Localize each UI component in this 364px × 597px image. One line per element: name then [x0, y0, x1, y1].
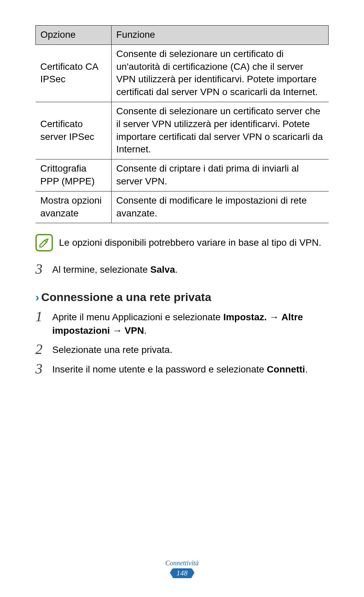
- page: Opzione Funzione Certificato CA IPSec Co…: [0, 0, 364, 597]
- step-body: Selezionate una rete privata.: [52, 342, 329, 357]
- cell-option: Certificato server IPSec: [36, 102, 112, 159]
- step-number: 2: [35, 342, 45, 357]
- t: Impostaz.: [223, 312, 267, 322]
- cell-function: Consente di selezionare un certificato d…: [112, 44, 329, 102]
- cell-option: Mostra opzioni avanzate: [36, 191, 112, 223]
- options-table: Opzione Funzione Certificato CA IPSec Co…: [35, 25, 329, 223]
- footer-chapter: Connettività: [35, 559, 329, 567]
- t: .: [144, 325, 147, 336]
- step-3: 3 Inserite il nome utente e la password …: [35, 361, 329, 376]
- step-text-pre: Inserite il nome utente e la password e …: [52, 364, 267, 375]
- step-text-bold: Connetti: [267, 364, 305, 375]
- table-header-row: Opzione Funzione: [36, 26, 329, 45]
- t: VPN: [125, 325, 144, 336]
- step-text-post: .: [175, 264, 178, 275]
- page-footer: Connettività 148: [35, 559, 329, 580]
- cell-function: Consente di criptare i dati prima di inv…: [112, 159, 329, 191]
- t: →: [110, 325, 125, 336]
- step-3-prev: 3 Al termine, selezionate Salva.: [35, 262, 329, 276]
- page-content: Opzione Funzione Certificato CA IPSec Co…: [35, 25, 329, 559]
- cell-option: Certificato CA IPSec: [36, 44, 112, 102]
- step-body: Al termine, selezionate Salva.: [52, 262, 329, 276]
- note-icon: [35, 234, 53, 251]
- section-heading-text: Connessione a una rete privata: [41, 291, 211, 304]
- page-number-badge: 148: [173, 568, 192, 578]
- step-number: 3: [35, 361, 45, 376]
- step-body: Aprite il menu Applicazioni e selezionat…: [52, 309, 329, 337]
- step-2: 2 Selezionate una rete privata.: [35, 342, 329, 357]
- note-text: Le opzioni disponibili potrebbero variar…: [59, 236, 321, 249]
- chevron-right-icon: ›: [35, 291, 39, 304]
- th-option: Opzione: [36, 26, 112, 45]
- table-row: Crittografia PPP (MPPE) Consente di crip…: [36, 159, 329, 191]
- step-1: 1 Aprite il menu Applicazioni e selezion…: [35, 309, 329, 337]
- step-number: 3: [35, 262, 45, 276]
- step-text-pre: Al termine, selezionate: [52, 264, 150, 275]
- cell-function: Consente di modificare le impostazioni d…: [112, 191, 329, 223]
- cell-option: Crittografia PPP (MPPE): [36, 159, 112, 191]
- step-body: Inserite il nome utente e la password e …: [52, 361, 329, 376]
- table-row: Mostra opzioni avanzate Consente di modi…: [36, 191, 329, 223]
- table-row: Certificato CA IPSec Consente di selezio…: [36, 44, 329, 102]
- table-row: Certificato server IPSec Consente di sel…: [36, 102, 329, 159]
- t: Aprite il menu Applicazioni e selezionat…: [52, 312, 223, 322]
- note: Le opzioni disponibili potrebbero variar…: [35, 234, 329, 251]
- cell-function: Consente di selezionare un certificato s…: [112, 102, 329, 159]
- step-text-bold: Salva: [150, 264, 175, 275]
- section-heading: › Connessione a una rete privata: [35, 291, 329, 304]
- step-text-post: .: [305, 364, 308, 375]
- th-function: Funzione: [112, 26, 329, 45]
- step-number: 1: [35, 309, 45, 337]
- t: →: [267, 312, 282, 322]
